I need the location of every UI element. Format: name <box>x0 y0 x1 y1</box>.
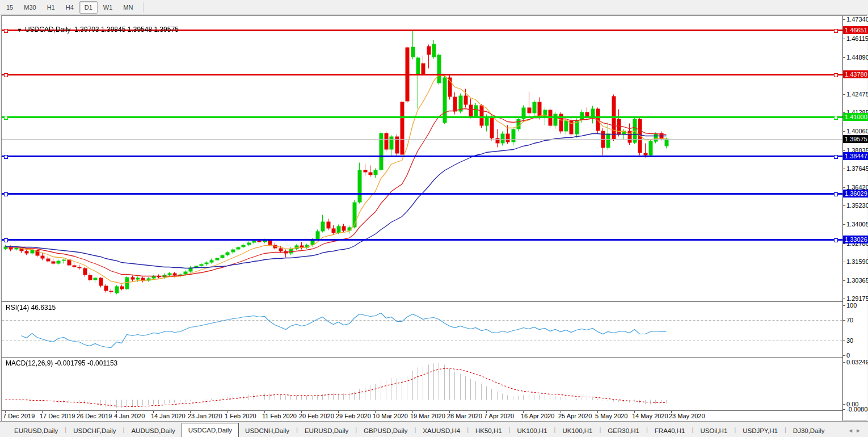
hline-left-anchor[interactable] <box>4 155 8 159</box>
symbol-tab-xauusd[interactable]: XAUUSD,H4 <box>416 425 466 437</box>
macd-chart-canvas[interactable] <box>2 358 842 410</box>
tab-scroll-left-icon[interactable]: ◄ <box>848 427 856 434</box>
hline-support-1.36029[interactable] <box>2 193 842 195</box>
price-axis-tick: 1.44890 <box>846 54 868 61</box>
date-label: 17 Dec 2019 <box>40 413 75 419</box>
symbol-tab-dj30[interactable]: DJ30,Daily <box>787 425 831 437</box>
hline-left-anchor[interactable] <box>4 73 8 77</box>
macd-indicator-label: MACD(12,26,9) -0.001795 -0.001153 <box>6 359 117 367</box>
price-axis-tick: 1.30365 <box>846 277 868 284</box>
chart-title: ▼USDCAD,Daily 1.39703 1.39845 1.39548 1.… <box>6 18 179 41</box>
price-pane[interactable]: ▼USDCAD,Daily 1.39703 1.39845 1.39548 1.… <box>2 16 842 302</box>
hline-left-anchor[interactable] <box>4 238 8 242</box>
tab-scroll-arrows: ◄► <box>848 427 863 434</box>
timeframe-button-d1[interactable]: D1 <box>79 1 98 14</box>
price-badge-pivot-1.41000: 1.41000 <box>843 113 868 121</box>
hline-support-1.33026[interactable] <box>2 239 842 241</box>
price-axis-tick: 1.47340 <box>846 16 868 23</box>
hline-right-anchor[interactable] <box>834 29 838 33</box>
price-axis-tick: 1.37645 <box>846 165 868 172</box>
date-label: 10 Mar 2020 <box>373 413 408 419</box>
timeframe-button-h1[interactable]: H1 <box>42 1 60 14</box>
current-price-badge: 1.39575 <box>843 135 868 143</box>
chart-ohlc-values: 1.39703 1.39845 1.39548 1.39575 <box>74 26 179 33</box>
symbol-tab-uk100[interactable]: UK100,H1 <box>511 425 554 437</box>
timeframe-button-m30[interactable]: M30 <box>19 1 41 14</box>
timeframe-button-w1[interactable]: W1 <box>98 1 118 14</box>
symbol-tab-usoil[interactable]: USOil,H1 <box>694 425 734 437</box>
date-label: 23 Jan 2020 <box>188 413 222 419</box>
current-price-line <box>2 139 842 140</box>
rsi-indicator-label: RSI(14) 46.6315 <box>6 304 56 312</box>
symbol-tab-usdcad-active[interactable]: USDCAD,Daily <box>182 423 239 437</box>
rsi-axis-tick-0: 0 <box>846 352 850 359</box>
date-label: 1 Feb 2020 <box>225 413 256 419</box>
symbol-tab-gbpusd[interactable]: GBPUSD,Daily <box>357 425 414 437</box>
symbol-tab-audusd[interactable]: AUDUSD,Daily <box>125 425 181 437</box>
rsi-pane[interactable]: RSI(14) 46.6315 <box>2 302 842 358</box>
symbol-tab-usdchf[interactable]: USDCHF,Daily <box>67 425 122 437</box>
timeframe-toolbar: 15M30H1H4D1W1MN <box>0 0 868 15</box>
date-label: 4 Jan 2020 <box>114 413 145 419</box>
date-label: 14 Jan 2020 <box>151 413 186 419</box>
toolbar-separator <box>143 2 144 12</box>
hline-support-1.38447[interactable] <box>2 156 842 157</box>
hline-right-anchor[interactable] <box>834 73 838 77</box>
symbol-tab-uk100[interactable]: UK100,H1 <box>556 425 599 437</box>
symbol-tab-hk50[interactable]: HK50,H1 <box>469 425 508 437</box>
hline-pivot-1.41000[interactable] <box>2 116 842 118</box>
date-label: 14 May 2020 <box>632 413 668 419</box>
price-axis[interactable]: 1.473401.461151.448901.424751.412851.400… <box>842 16 867 421</box>
hline-right-anchor[interactable] <box>834 238 838 242</box>
date-label: 11 Feb 2020 <box>262 413 297 419</box>
timeframe-button-15[interactable]: 15 <box>1 1 18 14</box>
price-axis-tick: 1.40060 <box>846 128 868 135</box>
hline-left-anchor[interactable] <box>4 192 8 196</box>
symbol-tab-eurusd[interactable]: EURUSD,Daily <box>8 425 64 437</box>
price-badge-resistance-1.43780: 1.43780 <box>843 70 868 78</box>
price-axis-tick: 1.42475 <box>846 91 868 98</box>
price-axis-tick: 1.46115 <box>846 35 868 42</box>
price-axis-tick: 1.34005 <box>846 221 868 228</box>
macd-pane[interactable]: MACD(12,26,9) -0.001795 -0.001153 <box>2 358 842 411</box>
symbol-tab-fra40[interactable]: FRA40,H1 <box>648 425 692 437</box>
rsi-chart-canvas[interactable] <box>2 302 842 357</box>
timeframe-button-mn[interactable]: MN <box>118 1 138 14</box>
price-axis-tick: 1.29175 <box>846 295 868 302</box>
hline-right-anchor[interactable] <box>834 192 838 196</box>
chart-symbol-label: USDCAD,Daily <box>25 26 71 33</box>
date-label: 26 Dec 2019 <box>77 413 112 419</box>
date-label: 7 Apr 2020 <box>484 413 514 419</box>
symbol-tab-usdjpy[interactable]: USDJPY,H1 <box>736 425 784 437</box>
hline-right-anchor[interactable] <box>834 155 838 159</box>
collapse-chart-icon[interactable]: ▼ <box>17 27 22 33</box>
date-label: 16 Apr 2020 <box>521 413 554 419</box>
macd-axis-tick-0: 0.032493 <box>846 359 868 365</box>
symbol-tab-ger30[interactable]: GER30,H1 <box>601 425 646 437</box>
symbol-tab-usdcnh[interactable]: USDCNH,Daily <box>239 425 296 437</box>
chart-window: ▼USDCAD,Daily 1.39703 1.39845 1.39548 1.… <box>1 15 867 421</box>
rsi-axis-tick-30: 30 <box>846 337 853 344</box>
date-label: 25 Apr 2020 <box>558 413 592 419</box>
price-chart-canvas[interactable] <box>2 16 842 301</box>
price-badge-support-1.33026: 1.33026 <box>843 236 868 243</box>
date-label: 23 May 2020 <box>669 413 705 419</box>
date-axis[interactable]: 7 Dec 201917 Dec 201926 Dec 20194 Jan 20… <box>2 411 842 421</box>
date-label: 28 Mar 2020 <box>447 413 482 419</box>
price-badge-resistance-1.46651: 1.46651 <box>843 26 868 34</box>
tab-scroll-right-icon[interactable]: ► <box>856 427 863 434</box>
hline-resistance-1.43780[interactable] <box>2 74 842 75</box>
price-badge-support-1.38447: 1.38447 <box>843 152 868 160</box>
timeframe-button-h4[interactable]: H4 <box>61 1 79 14</box>
date-label: 20 Feb 2020 <box>299 413 334 419</box>
date-label: 29 Feb 2020 <box>336 413 371 419</box>
date-label: 7 Dec 2019 <box>3 413 35 419</box>
rsi-axis-tick-70: 70 <box>846 317 853 323</box>
rsi-axis-tick-100: 100 <box>846 302 857 309</box>
price-axis-tick: 1.35230 <box>846 202 868 209</box>
symbol-tab-bar: EURUSD,Daily|USDCHF,Daily|AUDUSD,DailyUS… <box>0 421 868 437</box>
hline-right-anchor[interactable] <box>834 116 838 120</box>
hline-left-anchor[interactable] <box>4 116 8 120</box>
price-badge-support-1.36029: 1.36029 <box>843 190 868 198</box>
symbol-tab-eurusd[interactable]: EURUSD,Daily <box>298 425 355 437</box>
